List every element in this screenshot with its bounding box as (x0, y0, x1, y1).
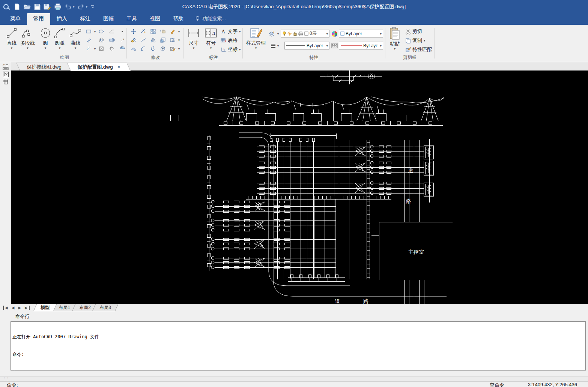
drag-handle-icon[interactable]: ⋮⋮ (3, 377, 9, 381)
extend-icon[interactable] (140, 36, 147, 44)
menu-tab-biaozhu[interactable]: 标注 (74, 13, 97, 25)
status-strip: ⋮⋮ (0, 376, 588, 381)
cad-drawing[interactable]: 道 路 主控室 道 路 (11, 70, 588, 304)
search-placeholder: 功能搜索... (202, 15, 226, 22)
match-properties-button[interactable]: 特性匹配 (405, 46, 432, 53)
doc-tab-inactive[interactable]: 保护接线图.dwg (16, 63, 72, 71)
linetype-icon[interactable] (331, 42, 338, 50)
clip-icon[interactable] (159, 28, 167, 35)
feeder-group-1 (257, 145, 424, 158)
dimension-button[interactable]: 尺寸▾ (187, 27, 200, 50)
table-button[interactable]: 表格 (221, 37, 238, 44)
hatch-icon[interactable] (98, 45, 105, 52)
menu-tab-gongju[interactable]: 工具 (120, 13, 143, 25)
tab-layout3[interactable]: 布局3 (92, 304, 118, 311)
new-view-palette-icon[interactable] (2, 64, 9, 70)
lineweight-icon[interactable] (269, 42, 277, 50)
copy-button[interactable]: 复制▾ (405, 37, 426, 44)
menu-tab-bangzhu[interactable]: 帮助 (167, 13, 190, 25)
close-icon[interactable]: × (117, 64, 120, 70)
point-icon[interactable] (119, 28, 126, 35)
offset-line-icon[interactable] (85, 45, 92, 52)
gear-icon[interactable] (108, 45, 116, 52)
color-combo[interactable]: ByLayer ▾ (339, 30, 383, 38)
command-panel: 命令行 正在打开 AutoCAD 2007 Drawing 文件 命令: 命令:… (0, 311, 588, 376)
command-line: 命令: (12, 352, 584, 358)
polygon-icon[interactable] (98, 36, 105, 44)
linetype-combo[interactable]: ByLayer ▾ (339, 42, 383, 50)
chevron-down-icon[interactable]: ▾ (177, 38, 181, 42)
palette-strip (0, 62, 11, 304)
color-wheel-icon[interactable] (331, 30, 338, 38)
move-icon[interactable] (130, 28, 137, 35)
drawing-canvas[interactable]: 道 路 主控室 道 路 (11, 70, 588, 304)
group-label-draw: 绘图 (3, 54, 126, 61)
layer-unlock-icon (293, 31, 297, 36)
arc-button[interactable]: 圆弧▾ (53, 27, 66, 50)
first-sheet-button[interactable]: ◀ (3, 306, 10, 310)
footings (224, 121, 432, 125)
arrow-icon[interactable] (119, 36, 126, 44)
caxa-cad-window: ▾ ▾ CAXA CAD 电子图板 2020 - [C:\Users\liao_… (0, 0, 588, 387)
wipeout-icon[interactable]: A (119, 45, 126, 52)
3d-rotate-icon[interactable] (159, 45, 167, 52)
chevron-down-icon[interactable]: ▾ (93, 47, 97, 51)
status-mode[interactable]: 空命令 (490, 382, 504, 387)
menu-tab-tufu[interactable]: 图幅 (97, 13, 120, 25)
mirror-icon[interactable] (149, 36, 157, 44)
menu-tab-changyong[interactable]: 常用 (27, 13, 50, 25)
drag-move-icon[interactable] (130, 45, 137, 52)
line-button[interactable]: 直线▾ (5, 27, 18, 50)
chevron-down-icon[interactable]: ▾ (276, 44, 280, 48)
command-history[interactable]: 正在打开 AutoCAD 2007 Drawing 文件 命令: 命令: 命令:… (11, 321, 586, 370)
rectangle-icon[interactable] (85, 28, 92, 35)
chevron-down-icon: ▾ (11, 46, 13, 50)
polyline-button[interactable]: 多段线▾ (20, 27, 35, 50)
prev-sheet-button[interactable]: ◀ (10, 306, 17, 310)
layer-plot-printer-icon (298, 32, 303, 36)
layer-combo[interactable]: 0层 ▾ (281, 30, 329, 38)
lineweight-combo[interactable]: ByLayer ▾ (284, 42, 329, 50)
table-icon (221, 38, 226, 44)
circle-button[interactable]: 圆▾ (39, 27, 52, 50)
menu-tab-charu[interactable]: 插入 (50, 13, 74, 25)
doc-tab-active[interactable]: 保护配置图.dwg× (67, 63, 131, 71)
tab-model[interactable]: 模型 (33, 304, 57, 311)
library-palette-icon[interactable] (3, 79, 9, 85)
chamfer-icon[interactable] (140, 45, 147, 52)
chevron-down-icon[interactable]: ▾ (177, 47, 181, 51)
last-sheet-button[interactable]: ▶ (23, 306, 30, 310)
block-palette-icon[interactable] (3, 71, 9, 78)
erase-icon[interactable] (169, 28, 176, 35)
array-icon[interactable] (149, 28, 157, 35)
lattice-towers (227, 97, 438, 121)
text-button[interactable]: A 文字▾ (221, 28, 241, 35)
trim-icon[interactable] (140, 28, 147, 35)
group-label-annotate: 标注 (185, 54, 242, 61)
chevron-down-icon[interactable]: ▾ (276, 32, 280, 36)
window-title: CAXA CAD 电子图板 2020 - [C:\Users\liao_\App… (0, 0, 588, 14)
bolt-icon[interactable] (108, 36, 116, 44)
hatch-edit-icon[interactable] (169, 45, 176, 52)
paste-button[interactable]: 粘贴▾ (389, 27, 401, 50)
style-manager-icon (248, 27, 263, 39)
copy-offset-icon[interactable] (130, 36, 137, 44)
menu-tab-caidan[interactable]: 菜单 (4, 13, 27, 25)
parallel-lines-icon[interactable] (85, 36, 92, 44)
cut-button[interactable]: 剪切 (405, 28, 422, 35)
stretch-icon[interactable] (169, 36, 176, 44)
layer-tools-icon[interactable] (268, 30, 275, 38)
style-manager-button[interactable]: 样式管理▾ (246, 27, 266, 50)
next-sheet-button[interactable]: ▶ (16, 306, 23, 310)
chevron-down-icon[interactable]: ▾ (177, 30, 181, 33)
symbol-button[interactable]: .1 符号▾ (204, 27, 218, 50)
ellipse-icon[interactable] (98, 28, 105, 35)
contour-icon[interactable] (108, 28, 116, 35)
chevron-down-icon[interactable]: ▾ (93, 30, 97, 33)
menu-tab-shitu[interactable]: 视图 (143, 13, 167, 25)
rotate-icon[interactable] (149, 45, 157, 52)
spline-button[interactable]: 曲线▾ (69, 27, 82, 50)
scale-icon[interactable] (159, 36, 167, 44)
coordinate-button[interactable]: 坐标▾ (221, 46, 241, 53)
function-search[interactable]: 功能搜索... (195, 15, 226, 25)
